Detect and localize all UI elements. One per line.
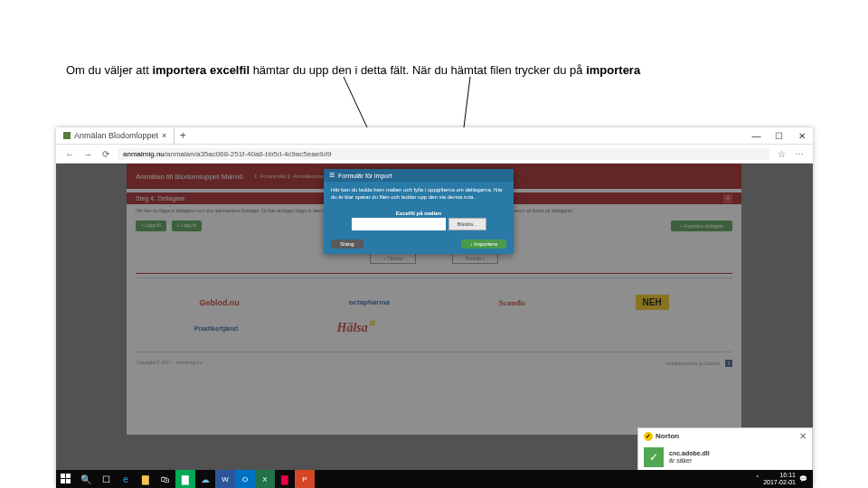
svg-rect-5	[66, 474, 71, 478]
instruction-text: Om du väljer att importera excelfil hämt…	[66, 63, 816, 77]
edge-icon[interactable]: e	[116, 470, 136, 488]
svg-rect-7	[66, 479, 71, 483]
file-input-row: Bläddra...	[324, 218, 514, 230]
taskview-icon[interactable]: ☐	[96, 470, 116, 488]
back-button[interactable]: ←	[63, 147, 76, 160]
app-icon[interactable]: ☁	[195, 470, 215, 488]
tray-expand-icon[interactable]: ˄	[756, 475, 760, 483]
modal-body-text: Här kan du ladda hem mallen och fylla i …	[324, 182, 514, 207]
modal-import-button[interactable]: ↓ Importera	[461, 239, 506, 249]
app-icon[interactable]: ▇	[275, 470, 295, 488]
explorer-icon[interactable]: ▇	[136, 470, 156, 488]
check-icon: ✓	[644, 447, 664, 467]
browser-window: Anmälan Blodomloppet × + — ☐ ✕ ← → ⟳ anm…	[56, 127, 813, 488]
minimize-button[interactable]: —	[745, 127, 768, 144]
window-controls: — ☐ ✕	[745, 127, 813, 144]
maximize-button[interactable]: ☐	[768, 127, 790, 144]
norton-notification: Norton ✕ ✓ cnc.adobe.dll är säker	[637, 427, 813, 474]
file-path-input[interactable]	[352, 218, 446, 230]
new-tab-button[interactable]: +	[175, 129, 191, 142]
tab-close-icon[interactable]: ×	[162, 131, 166, 140]
close-button[interactable]: ✕	[790, 127, 813, 144]
taskbar-apps: 🔍 ☐ e ▇ 🛍 ▇ ☁ W O X ▇ P	[56, 470, 315, 488]
start-button[interactable]	[56, 470, 76, 488]
windows-taskbar: 🔍 ☐ e ▇ 🛍 ▇ ☁ W O X ▇ P ˄ 16:11 2017-02-…	[56, 470, 813, 488]
file-field-label: Excelfil på mallen	[324, 211, 514, 216]
outlook-icon[interactable]: O	[235, 470, 255, 488]
notif-close-icon[interactable]: ✕	[799, 431, 807, 441]
word-icon[interactable]: W	[215, 470, 235, 488]
system-tray: ˄ 16:11 2017-02-01 💬	[756, 472, 813, 485]
svg-rect-6	[61, 479, 65, 483]
tab-bar: Anmälan Blodomloppet × + — ☐ ✕	[56, 127, 813, 144]
menu-icon[interactable]: ⋯	[793, 147, 806, 160]
powerpoint-icon[interactable]: P	[295, 470, 315, 488]
bookmark-icon[interactable]: ☆	[775, 147, 788, 160]
modal-close-button[interactable]: Stäng	[331, 239, 363, 249]
tab-title: Anmälan Blodomloppet	[74, 131, 158, 140]
store-icon[interactable]: 🛍	[156, 470, 175, 488]
excel-icon[interactable]: X	[255, 470, 275, 488]
url-field[interactable]: anmalmig.nu/anmalan/a35ac068-251f-40a8-b…	[118, 148, 769, 160]
browse-button[interactable]: Bläddra...	[448, 218, 486, 230]
reload-button[interactable]: ⟳	[99, 147, 112, 160]
svg-rect-4	[61, 474, 65, 478]
import-modal: Formulär för import Här kan du ladda hem…	[324, 169, 514, 254]
notification-center-icon[interactable]: 💬	[799, 475, 807, 483]
norton-logo: Norton	[644, 432, 679, 441]
search-icon[interactable]: 🔍	[76, 470, 96, 488]
address-bar: ← → ⟳ anmalmig.nu/anmalan/a35ac068-251f-…	[56, 144, 813, 164]
app-icon[interactable]: ▇	[175, 470, 195, 488]
forward-button[interactable]: →	[81, 147, 94, 160]
notif-text: cnc.adobe.dll är säker	[669, 450, 710, 465]
browser-tab[interactable]: Anmälan Blodomloppet ×	[56, 127, 175, 144]
clock[interactable]: 16:11 2017-02-01	[763, 472, 796, 485]
tab-favicon	[63, 132, 71, 139]
modal-footer: Stäng ↓ Importera	[324, 236, 514, 254]
browser-viewport: Anmälan till Blodomloppet Malmö 1. Föran…	[56, 164, 813, 488]
modal-title: Formulär för import	[324, 169, 514, 182]
